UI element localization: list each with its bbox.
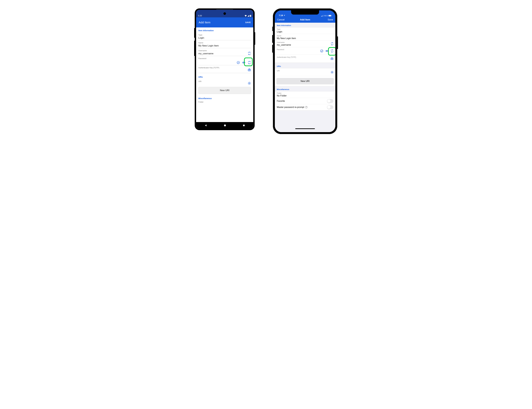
section-item-information: Item Information [198,28,251,32]
signal-icon [321,15,324,17]
svg-rect-14 [323,15,323,17]
uri-value [277,72,333,74]
password-label: Password [198,57,251,59]
show-password-icon[interactable] [325,49,329,53]
totp-label: Authenticator Key (TOTP) [277,56,333,58]
item-information-card: Type Login Name My New Login Item Userna… [275,27,335,63]
generate-password-icon[interactable] [248,61,251,64]
network-label: 5G E [324,15,328,17]
reprompt-toggle[interactable] [327,105,333,109]
ios-home-indicator[interactable] [295,128,315,129]
totp-field[interactable]: Authenticator Key (TOTP) [275,55,335,63]
android-appbar: Add Item SAVE [196,17,253,28]
type-value: Login [198,37,251,40]
ios-volume-up [272,35,273,43]
folder-label: Folder [198,100,251,103]
reprompt-label: Master password re-prompt [277,106,304,109]
ios-power-button [337,36,338,49]
ios-notch [291,10,319,15]
location-icon [284,15,285,16]
android-side-button [194,28,195,38]
nav-home-icon[interactable] [224,124,226,127]
password-field[interactable]: Password [198,56,251,65]
svg-rect-11 [321,16,322,17]
check-password-icon[interactable] [320,49,323,53]
help-icon[interactable] [305,106,308,109]
uri-label: URI [198,80,251,83]
save-button[interactable]: Save [325,18,333,21]
totp-field[interactable]: Authenticator Key (TOTP) [198,65,251,73]
name-field[interactable]: Name My New Login Item [198,40,251,48]
nav-recents-icon[interactable] [243,124,245,127]
status-time: 5:20 [198,15,202,17]
favorite-field[interactable]: Favorite [275,98,335,104]
camera-icon[interactable] [248,68,251,72]
generate-password-icon[interactable] [331,49,334,53]
miscellaneous-card: Folder No Folder Favorite Master passwor… [275,91,335,111]
section-uris: URIs [275,63,335,68]
page-title: Add Item [300,18,310,21]
totp-value [277,58,333,61]
username-label: Username [198,50,251,52]
save-button[interactable]: SAVE [245,21,251,24]
show-password-icon[interactable] [242,61,245,64]
username-value: my_username [198,52,251,55]
username-field[interactable]: Username my_username [198,48,251,56]
section-miscellaneous: Miscellaneous [198,94,251,100]
uri-settings-icon[interactable] [248,82,251,85]
nav-back-icon[interactable] [204,124,207,127]
svg-rect-7 [250,15,251,17]
cancel-button[interactable]: Cancel [277,18,285,21]
username-label: Username [277,41,333,43]
name-label: Name [277,35,333,37]
type-field[interactable]: Type Login [198,32,251,40]
type-label: Type [277,28,333,30]
username-value: my_username [277,44,333,46]
folder-field[interactable]: Folder No Folder [275,91,335,98]
android-side-button [194,41,195,56]
uri-field[interactable]: URI [198,79,251,84]
type-label: Type [198,34,251,36]
uri-field[interactable]: URI [275,68,335,76]
android-navbar [196,122,253,129]
android-camera-hole [223,12,226,15]
section-uris: URIs [198,73,251,79]
svg-rect-10 [243,125,245,126]
section-item-information: Item Information [275,23,335,27]
type-field[interactable]: Type Login [275,28,335,34]
password-field[interactable]: Password [275,47,335,55]
camera-icon[interactable] [330,57,334,60]
name-field[interactable]: Name My New Login Item [275,34,335,41]
new-uri-button[interactable]: New URI [198,87,251,94]
folder-value: No Folder [277,94,333,97]
generate-username-icon[interactable] [331,42,334,45]
favorite-toggle[interactable] [327,99,333,103]
folder-label: Folder [277,92,333,94]
svg-rect-16 [329,15,331,16]
reprompt-field[interactable]: Master password re-prompt [275,104,335,110]
svg-point-9 [224,124,226,126]
favorite-label: Favorite [277,100,285,102]
name-value: My New Login Item [198,44,251,47]
totp-label: Authenticator Key (TOTP) [198,67,251,69]
ios-device-frame: 7:18 5G E Cancel Add Item Save Item Info… [273,8,337,134]
uri-label: URI [277,70,333,72]
generate-username-icon[interactable] [248,52,251,55]
status-time: 7:18 [279,14,283,17]
new-uri-button[interactable]: New URI [276,78,334,84]
name-value: My New Login Item [277,37,333,40]
ios-volume-down [272,45,273,53]
username-field[interactable]: Username my_username [275,41,335,47]
type-value: Login [277,30,333,33]
svg-rect-8 [250,15,251,15]
signal-icon [247,15,249,17]
ios-mute-switch [272,27,273,31]
check-password-icon[interactable] [237,61,240,64]
battery-icon [250,15,251,17]
svg-rect-12 [322,16,322,16]
battery-icon [328,15,332,17]
ios-content: Item Information Type Login Name My New … [275,23,335,132]
uri-settings-icon[interactable] [331,71,334,74]
wifi-icon [245,15,247,17]
new-uri-label: New URI [301,80,310,83]
